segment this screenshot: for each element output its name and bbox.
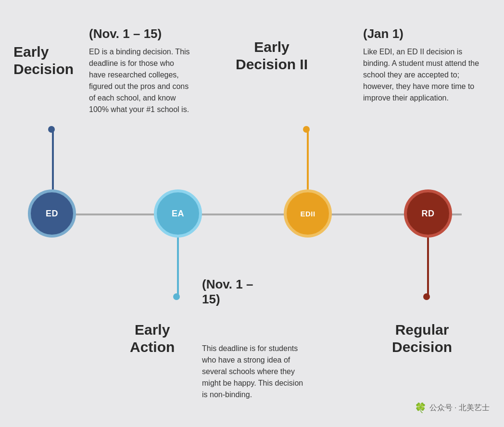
node-ed-label: ED — [46, 209, 58, 219]
ea-bottom-dot — [173, 293, 180, 300]
watermark-icon: 🍀 — [415, 402, 427, 414]
infographic: ED EA EDII RD EarlyDecision (Nov. 1 – 15… — [0, 0, 504, 427]
node-edii: EDII — [284, 189, 332, 238]
edii-top-stem — [307, 132, 309, 189]
ed-description: ED is a binding decision. This deadline … — [89, 46, 190, 115]
ea-description: This deadline is for students who have a… — [202, 343, 308, 401]
ea-desc-block: This deadline is for students who have a… — [202, 343, 308, 401]
ed-desc-block: (Nov. 1 – 15) ED is a binding decision. … — [89, 26, 190, 115]
rd-bottom-stem — [427, 238, 429, 295]
ed-title: EarlyDecision — [13, 43, 74, 78]
rd-bottom-dot — [423, 293, 430, 300]
timeline-line — [38, 214, 462, 215]
node-ea: EA — [154, 189, 202, 238]
edii-title-block: EarlyDecision II — [236, 38, 308, 73]
edii-description: Like EDI, an ED II decision is binding. … — [363, 46, 483, 104]
node-rd-label: RD — [422, 209, 435, 219]
edii-title: EarlyDecision II — [236, 38, 308, 73]
rd-title: RegularDecision — [392, 321, 452, 356]
ed-top-stem — [52, 132, 54, 189]
edii-desc-block: (Jan 1) Like EDI, an ED II decision is b… — [363, 26, 483, 104]
ed-title-block: EarlyDecision — [13, 43, 74, 78]
edii-date: (Jan 1) — [363, 26, 483, 41]
rd-title-block: RegularDecision — [392, 321, 452, 356]
ea-title: EarlyAction — [130, 321, 175, 356]
node-ea-label: EA — [172, 209, 184, 219]
node-ed: ED — [28, 189, 76, 238]
ea-bottom-stem — [177, 238, 179, 295]
watermark-text: 公众号 · 北美艺士 — [429, 403, 490, 413]
ed-date: (Nov. 1 – 15) — [89, 26, 190, 41]
node-edii-label: EDII — [300, 210, 315, 218]
node-rd: RD — [404, 189, 452, 238]
ea-date-block: (Nov. 1 –15) — [202, 277, 308, 312]
ea-date-text: (Nov. 1 –15) — [202, 277, 308, 307]
ea-title-block: EarlyAction — [130, 321, 175, 356]
ed-top-dot — [48, 126, 55, 133]
edii-top-dot — [303, 126, 310, 133]
watermark: 🍀 公众号 · 北美艺士 — [415, 402, 490, 414]
